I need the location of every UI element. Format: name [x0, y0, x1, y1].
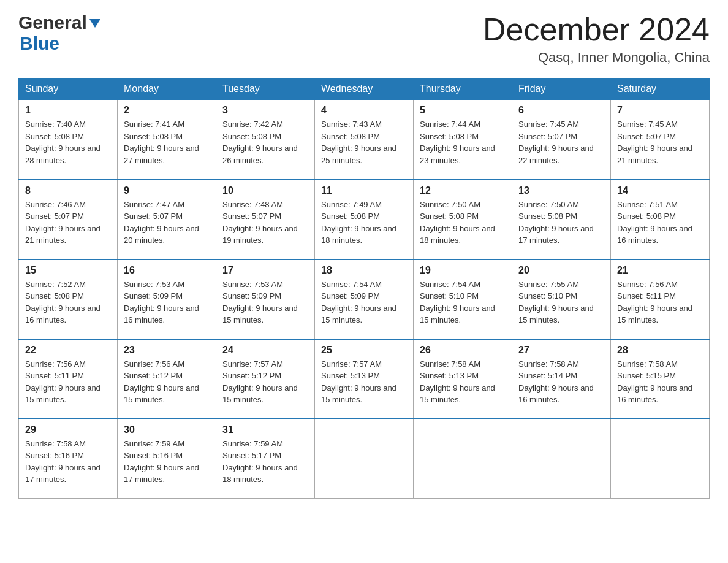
day-number: 25	[321, 345, 407, 356]
day-number: 5	[420, 105, 506, 116]
day-info: Sunrise: 7:46 AMSunset: 5:07 PMDaylight:…	[25, 199, 111, 247]
weekday-header-sunday: Sunday	[19, 79, 118, 100]
calendar-cell: 12Sunrise: 7:50 AMSunset: 5:08 PMDayligh…	[414, 180, 512, 259]
day-info: Sunrise: 7:50 AMSunset: 5:08 PMDaylight:…	[518, 199, 604, 247]
calendar-cell: 13Sunrise: 7:50 AMSunset: 5:08 PMDayligh…	[512, 180, 611, 259]
day-number: 7	[617, 105, 703, 116]
day-info: Sunrise: 7:44 AMSunset: 5:08 PMDaylight:…	[420, 118, 506, 166]
calendar-cell: 30Sunrise: 7:59 AMSunset: 5:16 PMDayligh…	[118, 419, 216, 499]
month-title: December 2024	[483, 12, 710, 47]
day-info: Sunrise: 7:51 AMSunset: 5:08 PMDaylight:…	[617, 199, 703, 247]
day-info: Sunrise: 7:57 AMSunset: 5:12 PMDaylight:…	[222, 358, 308, 406]
calendar-cell: 2Sunrise: 7:41 AMSunset: 5:08 PMDaylight…	[118, 100, 216, 180]
day-number: 28	[617, 345, 703, 356]
calendar-cell: 15Sunrise: 7:52 AMSunset: 5:08 PMDayligh…	[19, 259, 118, 339]
calendar-cell: 20Sunrise: 7:55 AMSunset: 5:10 PMDayligh…	[512, 259, 611, 339]
day-info: Sunrise: 7:58 AMSunset: 5:14 PMDaylight:…	[518, 358, 604, 406]
day-info: Sunrise: 7:50 AMSunset: 5:08 PMDaylight:…	[420, 199, 506, 247]
day-number: 3	[222, 105, 308, 116]
calendar-cell: 19Sunrise: 7:54 AMSunset: 5:10 PMDayligh…	[414, 259, 512, 339]
day-info: Sunrise: 7:49 AMSunset: 5:08 PMDaylight:…	[321, 199, 407, 247]
calendar-cell: 26Sunrise: 7:58 AMSunset: 5:13 PMDayligh…	[414, 339, 512, 419]
calendar-cell	[512, 419, 611, 499]
logo-blue-text: Blue	[20, 33, 100, 54]
day-info: Sunrise: 7:52 AMSunset: 5:08 PMDaylight:…	[25, 278, 111, 326]
day-info: Sunrise: 7:58 AMSunset: 5:13 PMDaylight:…	[420, 358, 506, 406]
day-info: Sunrise: 7:41 AMSunset: 5:08 PMDaylight:…	[124, 118, 210, 166]
day-number: 16	[124, 265, 210, 276]
day-number: 13	[518, 185, 604, 196]
day-number: 22	[25, 345, 111, 356]
day-info: Sunrise: 7:43 AMSunset: 5:08 PMDaylight:…	[321, 118, 407, 166]
day-info: Sunrise: 7:59 AMSunset: 5:17 PMDaylight:…	[222, 438, 308, 486]
day-number: 31	[222, 424, 308, 435]
calendar-cell: 10Sunrise: 7:48 AMSunset: 5:07 PMDayligh…	[216, 180, 315, 259]
day-number: 8	[25, 185, 111, 196]
day-info: Sunrise: 7:45 AMSunset: 5:07 PMDaylight:…	[518, 118, 604, 166]
week-row-2: 8Sunrise: 7:46 AMSunset: 5:07 PMDaylight…	[19, 180, 710, 259]
day-info: Sunrise: 7:58 AMSunset: 5:16 PMDaylight:…	[25, 438, 111, 486]
calendar-cell	[611, 419, 710, 499]
day-number: 21	[617, 265, 703, 276]
day-number: 1	[25, 105, 111, 116]
day-number: 23	[124, 345, 210, 356]
weekday-header-friday: Friday	[512, 79, 611, 100]
weekday-header-wednesday: Wednesday	[315, 79, 414, 100]
weekday-header-monday: Monday	[118, 79, 216, 100]
day-number: 4	[321, 105, 407, 116]
calendar-cell	[414, 419, 512, 499]
calendar-cell: 22Sunrise: 7:56 AMSunset: 5:11 PMDayligh…	[19, 339, 118, 419]
calendar-cell: 31Sunrise: 7:59 AMSunset: 5:17 PMDayligh…	[216, 419, 315, 499]
day-info: Sunrise: 7:56 AMSunset: 5:11 PMDaylight:…	[25, 358, 111, 406]
day-info: Sunrise: 7:54 AMSunset: 5:10 PMDaylight:…	[420, 278, 506, 326]
day-info: Sunrise: 7:47 AMSunset: 5:07 PMDaylight:…	[124, 199, 210, 247]
calendar-cell: 29Sunrise: 7:58 AMSunset: 5:16 PMDayligh…	[19, 419, 118, 499]
day-number: 2	[124, 105, 210, 116]
calendar-cell	[315, 419, 414, 499]
logo: General Blue	[18, 12, 100, 54]
calendar-cell: 1Sunrise: 7:40 AMSunset: 5:08 PMDaylight…	[19, 100, 118, 180]
day-info: Sunrise: 7:59 AMSunset: 5:16 PMDaylight:…	[124, 438, 210, 486]
day-number: 24	[222, 345, 308, 356]
day-number: 18	[321, 265, 407, 276]
weekday-header-saturday: Saturday	[611, 79, 710, 100]
calendar-cell: 8Sunrise: 7:46 AMSunset: 5:07 PMDaylight…	[19, 180, 118, 259]
day-number: 30	[124, 424, 210, 435]
day-info: Sunrise: 7:54 AMSunset: 5:09 PMDaylight:…	[321, 278, 407, 326]
logo-triangle-icon	[89, 19, 100, 28]
calendar-cell: 3Sunrise: 7:42 AMSunset: 5:08 PMDaylight…	[216, 100, 315, 180]
day-number: 14	[617, 185, 703, 196]
calendar-cell: 23Sunrise: 7:56 AMSunset: 5:12 PMDayligh…	[118, 339, 216, 419]
calendar-cell: 11Sunrise: 7:49 AMSunset: 5:08 PMDayligh…	[315, 180, 414, 259]
day-number: 17	[222, 265, 308, 276]
calendar-cell: 14Sunrise: 7:51 AMSunset: 5:08 PMDayligh…	[611, 180, 710, 259]
day-info: Sunrise: 7:57 AMSunset: 5:13 PMDaylight:…	[321, 358, 407, 406]
logo-general-text: General	[18, 12, 87, 33]
logo-row1: General	[18, 12, 100, 33]
day-number: 10	[222, 185, 308, 196]
calendar-table: SundayMondayTuesdayWednesdayThursdayFrid…	[18, 78, 710, 499]
week-row-1: 1Sunrise: 7:40 AMSunset: 5:08 PMDaylight…	[19, 100, 710, 180]
calendar-cell: 17Sunrise: 7:53 AMSunset: 5:09 PMDayligh…	[216, 259, 315, 339]
day-number: 26	[420, 345, 506, 356]
weekday-header-tuesday: Tuesday	[216, 79, 315, 100]
location-subtitle: Qasq, Inner Mongolia, China	[483, 50, 710, 66]
page-header: General Blue December 2024 Qasq, Inner M…	[18, 12, 710, 66]
calendar-cell: 5Sunrise: 7:44 AMSunset: 5:08 PMDaylight…	[414, 100, 512, 180]
title-area: December 2024 Qasq, Inner Mongolia, Chin…	[483, 12, 710, 66]
day-info: Sunrise: 7:42 AMSunset: 5:08 PMDaylight:…	[222, 118, 308, 166]
calendar-cell: 27Sunrise: 7:58 AMSunset: 5:14 PMDayligh…	[512, 339, 611, 419]
day-info: Sunrise: 7:53 AMSunset: 5:09 PMDaylight:…	[222, 278, 308, 326]
calendar-cell: 18Sunrise: 7:54 AMSunset: 5:09 PMDayligh…	[315, 259, 414, 339]
day-info: Sunrise: 7:40 AMSunset: 5:08 PMDaylight:…	[25, 118, 111, 166]
calendar-cell: 24Sunrise: 7:57 AMSunset: 5:12 PMDayligh…	[216, 339, 315, 419]
calendar-cell: 4Sunrise: 7:43 AMSunset: 5:08 PMDaylight…	[315, 100, 414, 180]
day-info: Sunrise: 7:56 AMSunset: 5:11 PMDaylight:…	[617, 278, 703, 326]
calendar-cell: 9Sunrise: 7:47 AMSunset: 5:07 PMDaylight…	[118, 180, 216, 259]
weekday-header-row: SundayMondayTuesdayWednesdayThursdayFrid…	[19, 79, 710, 100]
day-number: 9	[124, 185, 210, 196]
day-number: 20	[518, 265, 604, 276]
day-info: Sunrise: 7:48 AMSunset: 5:07 PMDaylight:…	[222, 199, 308, 247]
day-info: Sunrise: 7:56 AMSunset: 5:12 PMDaylight:…	[124, 358, 210, 406]
week-row-4: 22Sunrise: 7:56 AMSunset: 5:11 PMDayligh…	[19, 339, 710, 419]
